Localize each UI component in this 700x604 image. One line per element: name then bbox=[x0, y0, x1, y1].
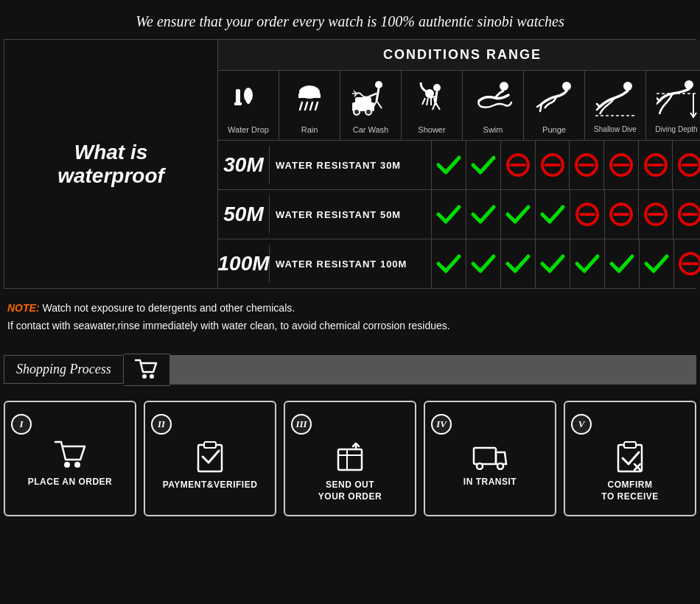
data-cell bbox=[640, 239, 674, 288]
svg-rect-66 bbox=[338, 449, 362, 470]
data-cell bbox=[536, 239, 570, 288]
row-desc: WATER RESISTANT 100M bbox=[270, 251, 431, 277]
data-cell bbox=[501, 190, 536, 239]
shower-icon bbox=[410, 77, 454, 121]
header-text: We ensure that your order every watch is… bbox=[136, 13, 564, 29]
conditions-header: CONDITIONS RANGE bbox=[218, 40, 700, 71]
row-meter: 50M bbox=[218, 195, 270, 233]
data-cell bbox=[605, 239, 640, 288]
svg-point-62 bbox=[64, 462, 70, 468]
col-shallow-dive: Shallow Dive bbox=[585, 71, 646, 140]
svg-rect-4 bbox=[298, 94, 321, 98]
svg-rect-65 bbox=[204, 442, 216, 448]
row-desc: WATER RESISTANT 30M bbox=[270, 152, 431, 178]
left-label: What is waterproof bbox=[4, 40, 218, 288]
svg-rect-72 bbox=[624, 442, 636, 448]
step-icon bbox=[334, 440, 366, 473]
col-punge: Punge bbox=[524, 71, 585, 140]
svg-point-63 bbox=[74, 462, 80, 468]
step-label: COMFIRM TO RECEIVE bbox=[601, 479, 658, 504]
svg-point-16 bbox=[354, 109, 360, 115]
page-header: We ensure that your order every watch is… bbox=[0, 0, 700, 39]
note-section: NOTE: Watch not exposure to detergents a… bbox=[0, 289, 700, 346]
data-cell bbox=[570, 141, 604, 189]
svg-line-10 bbox=[377, 88, 379, 101]
step-label: PLACE AN ORDER bbox=[28, 476, 113, 488]
row-desc: WATER RESISTANT 50M bbox=[270, 202, 431, 228]
svg-point-69 bbox=[497, 463, 503, 469]
svg-rect-15 bbox=[355, 97, 371, 105]
note-line2: If contact with seawater,rinse immediate… bbox=[7, 317, 693, 335]
resistance-row: 30MWATER RESISTANT 30M bbox=[218, 141, 700, 190]
swim-icon bbox=[471, 77, 515, 121]
gray-divider-bar bbox=[170, 355, 696, 384]
svg-line-23 bbox=[427, 98, 428, 105]
data-cell bbox=[570, 239, 605, 288]
data-cell bbox=[536, 141, 570, 189]
svg-point-17 bbox=[365, 109, 371, 115]
step-card: IPLACE AN ORDER bbox=[4, 401, 136, 517]
diving-depth-icon bbox=[654, 77, 699, 121]
data-cell bbox=[674, 239, 700, 288]
cart-icon bbox=[124, 354, 170, 386]
icons-row: Water Drop Rain bbox=[218, 71, 700, 141]
svg-line-27 bbox=[435, 91, 437, 102]
process-steps: IPLACE AN ORDERIIPAYMENT&VERIFIEDIIISEND… bbox=[0, 386, 700, 532]
data-cell bbox=[432, 190, 466, 239]
shallow-dive-icon bbox=[593, 77, 637, 121]
step-number: III bbox=[291, 414, 312, 435]
svg-line-30 bbox=[435, 102, 440, 110]
svg-point-68 bbox=[477, 463, 483, 469]
svg-point-61 bbox=[150, 374, 154, 379]
data-cell bbox=[639, 190, 673, 239]
col-rain: Rain bbox=[279, 71, 340, 140]
svg-line-6 bbox=[305, 102, 307, 110]
svg-line-8 bbox=[315, 102, 318, 110]
svg-line-29 bbox=[433, 102, 435, 110]
water-drop-icon bbox=[226, 77, 270, 121]
resistance-row: 50MWATER RESISTANT 50M bbox=[218, 190, 700, 239]
svg-rect-0 bbox=[236, 89, 240, 104]
data-cell bbox=[432, 239, 466, 288]
step-label: SEND OUT YOUR ORDER bbox=[318, 479, 382, 504]
step-icon bbox=[472, 440, 508, 470]
col-car-wash: Car Wash bbox=[340, 71, 402, 140]
svg-point-60 bbox=[142, 374, 147, 379]
step-label: PAYMENT&VERIFIED bbox=[163, 479, 258, 491]
svg-point-35 bbox=[685, 80, 693, 89]
col-water-drop: Water Drop bbox=[218, 71, 279, 140]
data-cell bbox=[501, 239, 536, 288]
data-cell bbox=[604, 141, 639, 189]
step-card: VCOMFIRM TO RECEIVE bbox=[564, 401, 696, 517]
step-label: IN TRANSIT bbox=[463, 476, 517, 488]
waterproof-section: What is waterproof CONDITIONS RANGE Wate… bbox=[4, 39, 696, 289]
data-cell bbox=[536, 190, 570, 239]
shopping-process-header: Shopping Process bbox=[4, 354, 696, 386]
svg-line-7 bbox=[310, 102, 312, 110]
data-cell bbox=[466, 190, 501, 239]
data-cell bbox=[466, 239, 501, 288]
rain-icon bbox=[287, 77, 332, 121]
svg-rect-67 bbox=[474, 448, 496, 464]
note-line1: NOTE: Watch not exposure to detergents a… bbox=[7, 300, 693, 317]
col-swim: Swim bbox=[463, 71, 524, 140]
row-meter: 100M bbox=[218, 245, 270, 283]
svg-point-9 bbox=[375, 81, 382, 88]
svg-rect-64 bbox=[198, 445, 222, 471]
step-number: IV bbox=[431, 414, 452, 435]
svg-line-11 bbox=[369, 94, 377, 96]
svg-point-2 bbox=[244, 88, 253, 102]
step-card: IIPAYMENT&VERIFIED bbox=[144, 401, 276, 517]
data-cell bbox=[432, 141, 466, 189]
svg-point-33 bbox=[623, 82, 632, 91]
data-cell bbox=[639, 141, 673, 189]
step-icon bbox=[54, 440, 86, 470]
shopping-label: Shopping Process bbox=[4, 355, 124, 384]
svg-line-13 bbox=[377, 101, 382, 108]
svg-point-26 bbox=[433, 84, 441, 91]
row-meter: 30M bbox=[218, 146, 270, 184]
data-cell bbox=[673, 190, 701, 239]
data-cell bbox=[501, 141, 536, 189]
data-cell bbox=[673, 141, 700, 189]
step-icon bbox=[615, 440, 645, 473]
